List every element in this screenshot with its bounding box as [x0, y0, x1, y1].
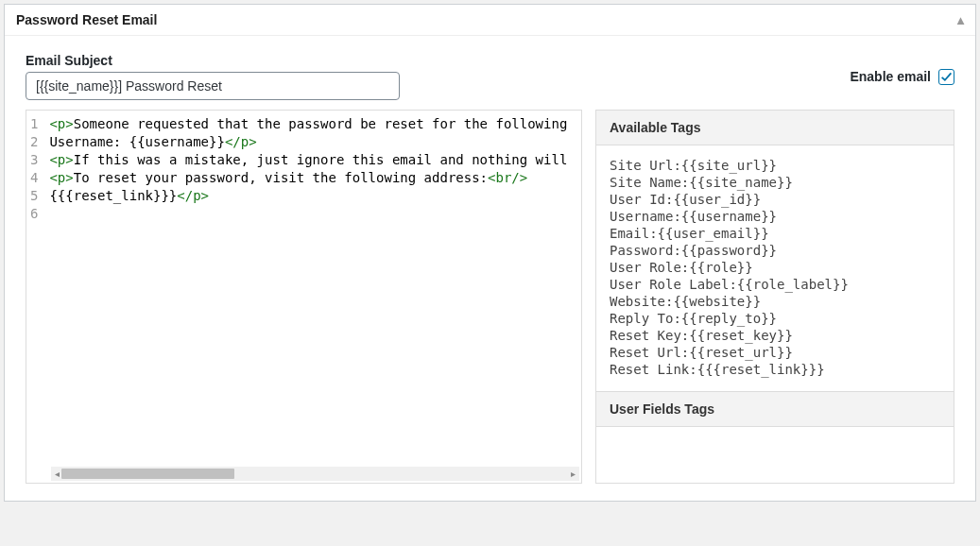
available-tag-item: Email:{{user_email}} [610, 225, 940, 242]
enable-email-toggle: Enable email [850, 69, 954, 85]
available-tag-item: Site Name:{{site_name}} [610, 174, 940, 191]
available-tags-header: Available Tags [596, 111, 954, 145]
panel-title: Password Reset Email [16, 12, 157, 27]
enable-email-checkbox[interactable] [938, 69, 954, 85]
password-reset-panel: Password Reset Email ▴ Email Subject Ena… [4, 4, 976, 502]
editor-line[interactable]: <p>To reset your password, visit the fol… [49, 169, 581, 187]
enable-email-label: Enable email [850, 69, 931, 84]
available-tag-item: Site Url:{{site_url}} [610, 157, 940, 174]
available-tag-item: Username:{{username}} [610, 208, 940, 225]
panel-body: Email Subject Enable email 123456 <p>Som… [5, 36, 975, 501]
editor-horizontal-scrollbar[interactable]: ◂ ▸ [51, 467, 579, 481]
available-tag-item: User Id:{{user_id}} [610, 191, 940, 208]
email-subject-label: Email Subject [26, 53, 400, 68]
editor-wrap: 123456 <p>Someone requested that the pas… [26, 110, 582, 484]
top-row: Email Subject Enable email [26, 53, 954, 100]
panel-header[interactable]: Password Reset Email ▴ [5, 5, 975, 36]
available-tag-item: Reset Link:{{{reset_link}}} [610, 361, 940, 378]
code-editor[interactable]: 123456 <p>Someone requested that the pas… [26, 110, 582, 484]
editor-line[interactable]: <p>Someone requested that the password b… [49, 115, 581, 133]
available-tag-item: Reply To:{{reply_to}} [610, 310, 940, 327]
editor-line[interactable]: <p>If this was a mistake, just ignore th… [49, 151, 581, 169]
available-tag-item: User Role:{{role}} [610, 259, 940, 276]
available-tags-list: Site Url:{{site_url}}Site Name:{{site_na… [596, 145, 954, 391]
editor-line[interactable]: Username: {{username}}</p> [49, 133, 581, 151]
available-tag-item: Password:{{password}} [610, 242, 940, 259]
panel-collapse-icon[interactable]: ▴ [957, 12, 964, 27]
available-tag-item: User Role Label:{{role_label}} [610, 276, 940, 293]
user-fields-tags-header: User Fields Tags [596, 391, 954, 427]
user-fields-tags-list [596, 427, 954, 465]
available-tag-item: Website:{{website}} [610, 293, 940, 310]
email-subject-input[interactable] [26, 72, 400, 100]
editor-gutter: 123456 [26, 111, 45, 467]
scrollbar-thumb[interactable] [61, 469, 234, 479]
scroll-right-icon[interactable]: ▸ [569, 469, 577, 479]
editor-code-area[interactable]: <p>Someone requested that the password b… [45, 111, 581, 467]
content-row: 123456 <p>Someone requested that the pas… [26, 110, 954, 484]
scroll-left-icon[interactable]: ◂ [53, 469, 61, 479]
editor-line[interactable]: {{{reset_link}}}</p> [49, 187, 581, 205]
available-tag-item: Reset Url:{{reset_url}} [610, 344, 940, 361]
tags-sidebar: Available Tags Site Url:{{site_url}}Site… [595, 110, 954, 484]
available-tag-item: Reset Key:{{reset_key}} [610, 327, 940, 344]
email-subject-group: Email Subject [26, 53, 400, 100]
editor-line[interactable] [49, 205, 581, 223]
